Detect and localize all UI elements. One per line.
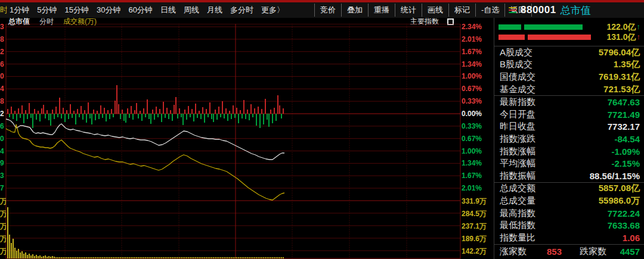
- intraday-chart-canvas[interactable]: [0, 24, 494, 259]
- axis-label: 2.01%: [462, 184, 482, 192]
- quote-row: 指数量比1.06: [494, 232, 644, 244]
- quote-row: 平均涨幅-2.15%: [494, 157, 644, 170]
- axis-label: 189.6万: [462, 235, 487, 243]
- quote-value: 7732.17: [608, 121, 640, 132]
- quote-value: 88.56/1.15%: [590, 171, 640, 181]
- axis-label: 万: [0, 197, 6, 205]
- axis-label: 7: [0, 184, 6, 192]
- axis-label: 3: [0, 171, 6, 180]
- period-tab[interactable]: 多分时: [230, 5, 253, 15]
- axis-label: 0.67%: [462, 135, 482, 143]
- decliners-count: 4457: [620, 246, 640, 257]
- axis-label: 284.5万: [462, 210, 487, 218]
- advancers-label: 涨家数: [500, 246, 527, 257]
- action-button[interactable]: 重播: [368, 4, 395, 17]
- quote-row: A股成交5796.04亿: [494, 46, 644, 59]
- quote-label: 总成交额: [500, 183, 535, 194]
- quote-label: 今日开盘: [500, 109, 535, 120]
- stock-name: 总市值: [561, 4, 591, 17]
- axis-label: 3: [0, 23, 6, 31]
- axis-label: 2.01%: [462, 35, 482, 43]
- axis-label: 万: [0, 235, 6, 243]
- money-flow-block: 122.0亿 ↑ 131.0亿 ↑: [494, 18, 644, 46]
- toolbar-actions: 竞价叠加重播统计画线标记-自选返回: [314, 4, 532, 17]
- quote-row: 最高指数7722.24: [494, 207, 644, 220]
- action-button[interactable]: 画线: [422, 4, 448, 17]
- outflow-bar-segment: [528, 35, 591, 40]
- trading-app-window: 时 1分钟5分钟15分钟30分钟60分钟日线周线月线多分时更多〉 竞价叠加重播统…: [0, 0, 644, 259]
- axis-label: 8: [0, 35, 6, 43]
- axis-label: 万: [0, 222, 6, 230]
- main-toolbar: 时 1分钟5分钟15分钟30分钟60分钟日线周线月线多分时更多〉 竞价叠加重播统…: [0, 2, 644, 18]
- axis-label: 0.33%: [462, 97, 482, 105]
- quote-panel: 122.0亿 ↑ 131.0亿 ↑ A股成交5796.04亿B股成交1.35亿国…: [494, 18, 644, 259]
- axis-label: 237.1万: [462, 222, 487, 230]
- menu-icon[interactable]: [509, 7, 516, 13]
- quote-row: 国债成交7619.31亿: [494, 71, 644, 83]
- axis-label: 4: [0, 85, 6, 93]
- quote-value: 7619.31亿: [599, 71, 640, 83]
- period-tab[interactable]: 30分钟: [97, 5, 120, 15]
- outflow-bar-segment: [499, 35, 525, 40]
- quote-label: 最新指数: [500, 96, 535, 108]
- action-button[interactable]: 竞价: [315, 4, 341, 17]
- period-tab[interactable]: 1分钟: [10, 5, 29, 15]
- period-tab[interactable]: 更多〉: [261, 5, 284, 15]
- axis-label: 9: [0, 159, 6, 167]
- period-tab[interactable]: 60分钟: [128, 5, 152, 15]
- quote-row: 最低指数7633.68: [494, 219, 644, 232]
- axis-label: 4: [0, 147, 6, 155]
- axis-label: 0.33%: [462, 122, 482, 130]
- axis-label: 331.9万: [462, 197, 487, 205]
- quote-value: -2.15%: [611, 158, 640, 168]
- action-button[interactable]: 统计: [395, 4, 422, 17]
- quote-value: 55986.0万: [599, 195, 640, 207]
- quote-value: 721.53亿: [603, 84, 640, 95]
- period-tab[interactable]: 日线: [160, 5, 176, 15]
- advancers-count: 853: [547, 246, 562, 257]
- quote-row: 指数涨跌-84.54: [494, 133, 644, 145]
- axis-label: 1.34%: [462, 159, 482, 167]
- quote-value: 1.35亿: [614, 59, 640, 70]
- axis-label: 2.34%: [462, 23, 482, 31]
- period-tab[interactable]: 5分钟: [37, 5, 57, 15]
- quote-value: 5796.04亿: [599, 47, 640, 58]
- quote-row: 指数振幅88.56/1.15%: [494, 170, 644, 182]
- action-button[interactable]: 标记: [448, 4, 475, 17]
- axis-label: 8: [0, 97, 6, 105]
- period-tab[interactable]: 15分钟: [64, 5, 88, 15]
- axis-label: 0.00%: [462, 110, 482, 118]
- advance-decline-row: 涨家数 853 跌家数 4457: [494, 245, 644, 259]
- decliners-label: 跌家数: [580, 246, 606, 257]
- quote-label: 总成交量: [500, 195, 535, 207]
- inflow-bar-segment: [524, 24, 583, 30]
- quote-value: 7721.49: [608, 110, 640, 120]
- outflow-value: 131.0亿: [606, 34, 636, 40]
- quote-label: 国债成交: [500, 71, 535, 83]
- inflow-bar-row: 122.0亿 ↑: [499, 24, 640, 30]
- quote-row: 昨日收盘7732.17: [494, 121, 644, 133]
- axis-label: 1.67%: [462, 171, 482, 180]
- action-button[interactable]: 叠加: [341, 4, 368, 17]
- action-button[interactable]: -自选: [475, 4, 504, 17]
- stock-header: 880001 总市值: [509, 2, 591, 18]
- quote-value: 7722.24: [608, 208, 640, 219]
- quote-label: 最低指数: [500, 220, 535, 231]
- cutoff-period-label[interactable]: 时: [0, 2, 7, 18]
- quote-label: 平均涨幅: [500, 158, 535, 169]
- quote-value: 7647.63: [608, 97, 640, 107]
- quote-label: 指数振幅: [500, 170, 535, 182]
- axis-label: 0.67%: [462, 85, 482, 93]
- period-tab[interactable]: 周线: [184, 5, 199, 15]
- quote-label: 指数涨跌: [500, 133, 535, 145]
- quote-label: 基金成交: [500, 84, 535, 95]
- axis-label: 0: [0, 72, 6, 80]
- axis-label: 2: [0, 110, 6, 118]
- quote-label: A股成交: [500, 47, 532, 58]
- quote-row: 基金成交721.53亿: [494, 83, 644, 96]
- axis-label: 6: [0, 60, 6, 68]
- quote-value: 7633.68: [608, 220, 640, 230]
- axis-label: 1.67%: [462, 48, 482, 56]
- quote-row: 指数涨幅-1.09%: [494, 145, 644, 158]
- period-tab[interactable]: 月线: [207, 5, 222, 15]
